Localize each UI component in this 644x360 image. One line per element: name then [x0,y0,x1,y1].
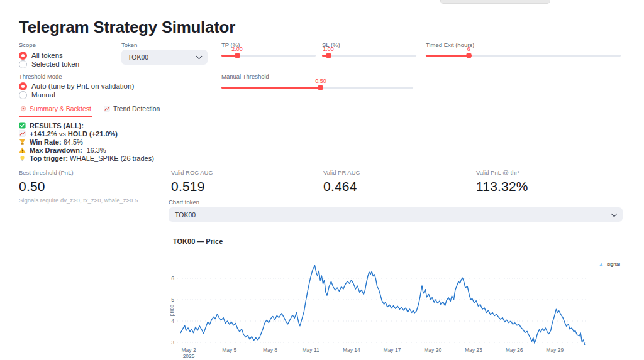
x-tick-label: May 11 [303,347,320,353]
slider-fill [426,55,469,57]
radio-icon [19,52,27,60]
slider-track[interactable] [322,55,416,57]
chart-plot-area[interactable]: 3456priceMay 22025May 5May 8May 11May 14… [170,250,635,360]
y-tick-label: 5 [171,297,174,303]
tab-label: Summary & Backtest [30,105,91,112]
radio-option-label: All tokens [31,52,63,59]
chevron-down-icon [196,53,203,60]
metric-value: 113.32% [476,179,528,194]
bulb-icon [19,155,26,162]
page-title: Telegram Strategy Simulator [19,18,235,37]
chart-token-select-value: TOK00 [175,211,196,219]
browser-toast-fragment [440,0,550,4]
signals-note: Signals require dv_z>0, tx_z>0, whale_z>… [19,197,138,204]
tab-summary-backtest[interactable]: Summary & Backtest [19,103,92,117]
radio-option-label: Selected token [31,60,79,68]
price-line [180,266,585,345]
token-select-value: TOK00 [128,53,148,61]
results-block: RESULTS (ALL):+141.2% vs HOLD (+21.0%)Wi… [19,121,154,163]
result-text: Win Rate: [30,138,62,146]
y-tick-label: 6 [171,275,174,281]
metric-label: Best threshold (PnL) [19,169,74,176]
y-tick-label: 3 [171,339,174,346]
warning-icon [19,147,26,154]
timed-exit-slider: 6 [426,45,621,62]
metric-label: Valid PR AUC [323,169,360,176]
chart-title: TOK00 — Price [173,237,223,245]
tab-trend-detection[interactable]: Trend Detection [103,103,161,117]
slider-value: 0.50 [315,78,326,84]
metric-label: Valid PnL @ thr* [476,169,528,176]
x-tick-label: May 14 [343,347,360,353]
x-tick-label: May 26 [506,347,523,353]
token-select[interactable]: TOK00 [121,50,208,65]
y-axis-title: price [170,305,175,317]
result-line: Win Rate: 64.5% [19,138,154,146]
x-tick-label: May 23 [465,347,482,353]
result-text: 64.5% [62,138,83,146]
metric-valid-pr-auc: Valid PR AUC 0.464 [323,169,360,194]
chart-up-icon [19,130,26,137]
metric-value: 0.464 [323,179,360,194]
metric-value: 0.50 [19,179,74,194]
chevron-down-icon [611,210,618,217]
result-line: Top trigger: WHALE_SPIKE (26 trades) [19,155,154,163]
radio-option-all-tokens[interactable]: All tokens [19,51,63,60]
radio-icon [19,82,27,90]
radio-option-selected-token[interactable]: Selected token [19,60,79,68]
result-line: RESULTS (ALL): [19,121,154,129]
x-tick-label: May 29 [546,347,564,353]
tab-label: Trend Detection [113,105,160,112]
result-text: -16.3% [82,146,106,154]
slider-value: 1.00 [323,46,334,52]
trophy-icon [19,138,26,145]
result-text: vs [57,130,68,138]
result-line: +141.2% vs HOLD (+21.0%) [19,129,154,138]
slider-fill [221,87,321,89]
x-tick-label: May 2 [182,347,196,353]
radio-option-manual[interactable]: Manual [19,90,55,99]
x-tick-label: May 8 [263,347,277,353]
price-chart: TOK00 — Price signal 3456priceMay 22025M… [170,234,640,360]
result-text: Top trigger: [30,155,68,162]
metric-label: Valid ROC AUC [171,169,213,176]
metric-valid-pnl: Valid PnL @ thr* 113.32% [476,169,528,194]
slider-thumb[interactable] [235,53,240,58]
x-tick-label: May 20 [424,347,441,353]
x-tick-label: May 5 [222,347,236,353]
chart-token-select[interactable]: TOK00 [169,207,623,222]
slider-value: 6 [467,46,470,52]
tp-slider: 2.00 [221,45,316,62]
tab-bar: Summary & Backtest Trend Detection [19,103,626,117]
result-text: Max Drawdown: [30,146,82,154]
slider-value: 2.00 [231,46,243,52]
metric-best-threshold: Best threshold (PnL) 0.50 [19,169,74,194]
check-icon [19,122,26,129]
slider-thumb[interactable] [318,85,323,90]
result-text: RESULTS (ALL): [30,122,84,129]
scope-label: Scope [19,41,36,48]
radio-option-auto[interactable]: Auto (tune by PnL on validation) [19,82,134,90]
metric-value: 0.519 [171,179,213,194]
chart-token-label: Chart token [169,199,199,205]
slider-thumb[interactable] [326,53,331,58]
token-label: Token [121,41,137,48]
radio-option-label: Manual [31,91,55,99]
trend-chart-icon [104,106,110,112]
result-text: +141.2% [30,130,57,138]
y-tick-label: 4 [171,318,174,324]
manual-threshold-slider: 0.50 [221,77,413,94]
radio-icon [19,60,27,68]
slider-thumb[interactable] [466,53,472,58]
threshold-mode-label: Threshold Mode [19,73,62,80]
radio-icon [19,91,27,99]
app-page: Telegram Strategy Simulator Scope All to… [0,0,644,360]
target-icon [20,106,26,112]
radio-option-label: Auto (tune by PnL on validation) [31,82,134,90]
sl-slider: 1.00 [322,45,416,62]
x-tick-sublabel: 2025 [183,353,195,359]
result-line: Max Drawdown: -16.3% [19,146,154,155]
metric-valid-roc-auc: Valid ROC AUC 0.519 [171,169,213,194]
x-tick-label: May 17 [384,347,401,353]
result-text: WHALE_SPIKE (26 trades) [68,155,154,162]
